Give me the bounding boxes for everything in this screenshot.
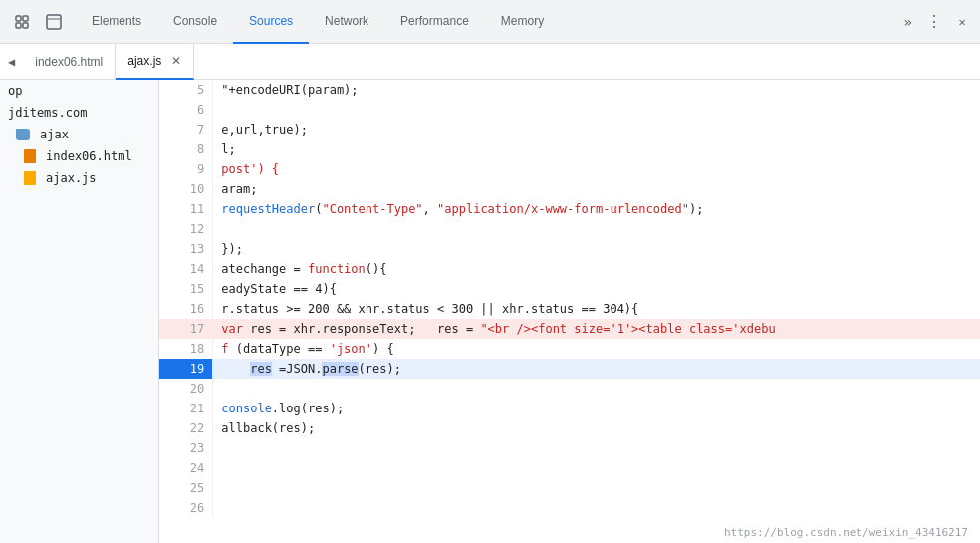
file-tab-bar: ◀ index06.html ajax.js ✕ [0,44,980,80]
sidebar-item-domain[interactable]: jditems.com [0,102,158,124]
line-code: l; [213,139,980,159]
devtools-menu-button[interactable]: ⋮ [920,8,948,36]
line-code [213,438,980,458]
line-number: 22 [159,418,213,438]
tab-console[interactable]: Console [157,0,233,44]
tab-performance[interactable]: Performance [384,0,485,44]
line-number: 14 [159,259,213,279]
line-code: f (dataType == 'json') { [213,339,980,359]
line-code [213,498,980,518]
svg-rect-4 [47,15,61,29]
file-tab-index06-label: index06.html [35,55,103,69]
line-number: 15 [159,279,213,299]
more-tabs-button[interactable]: » [896,14,920,30]
line-code: allback(res); [213,418,980,438]
sidebar-folder-label: ajax [40,128,69,141]
devtools-close-button[interactable]: ✕ [948,8,976,36]
sidebar-file-ajaxjs-label: ajax.js [46,171,97,185]
line-number: 19 [159,359,213,379]
folder-icon [16,129,30,140]
line-number: 8 [159,139,213,159]
line-code: res =JSON.parse(res); [213,359,980,379]
line-code [213,478,980,498]
line-number: 23 [159,438,213,458]
line-number: 13 [159,239,213,259]
line-code [213,100,980,120]
line-number: 26 [159,498,213,518]
devtools-left-icons [0,8,76,36]
code-table: 5"+encodeURI(param);67e,url,true);8l;9po… [159,80,980,518]
file-tree-sidebar: op jditems.com ajax index06.html ajax.js [0,80,159,543]
line-number: 10 [159,179,213,199]
sidebar-item-ajax-folder[interactable]: ajax [0,124,158,145]
line-code: "+encodeURI(param); [213,80,980,100]
sidebar-domain-label: jditems.com [8,106,87,120]
line-number: 12 [159,219,213,239]
line-number: 7 [159,120,213,139]
line-code [213,219,980,239]
line-number: 24 [159,458,213,478]
tab-sources[interactable]: Sources [233,0,309,44]
line-code: console.log(res); [213,399,980,418]
code-scroll-area[interactable]: 5"+encodeURI(param);67e,url,true);8l;9po… [159,80,980,543]
line-code: r.status >= 200 && xhr.status < 300 || x… [213,299,980,319]
line-number: 11 [159,199,213,219]
devtools-tab-bar: Elements Console Sources Network Perform… [0,0,980,44]
line-number: 9 [159,159,213,179]
sidebar-item-index06[interactable]: index06.html [0,145,158,167]
line-code [213,379,980,399]
html-file-icon [24,149,36,163]
svg-rect-0 [16,16,21,21]
line-number: 21 [159,399,213,418]
line-number: 18 [159,339,213,359]
file-tab-ajaxjs-label: ajax.js [127,54,161,68]
line-number: 25 [159,478,213,498]
tab-elements[interactable]: Elements [76,0,157,44]
svg-rect-3 [23,23,28,28]
sidebar-toggle[interactable]: ◀ [0,55,23,69]
js-file-icon [24,171,36,185]
line-code: }); [213,239,980,259]
line-code [213,458,980,478]
tab-memory[interactable]: Memory [485,0,560,44]
line-code: e,url,true); [213,120,980,139]
line-number: 16 [159,299,213,319]
tab-network[interactable]: Network [309,0,384,44]
line-number: 6 [159,100,213,120]
inspect-icon[interactable] [40,8,68,36]
line-code: aram; [213,179,980,199]
sidebar-item-op[interactable]: op [0,80,158,102]
watermark: https://blog.csdn.net/weixin_43416217 [724,526,968,539]
svg-rect-2 [16,23,21,28]
line-code: atechange = function(){ [213,259,980,279]
svg-rect-1 [23,16,28,21]
cursor-icon[interactable] [8,8,36,36]
sidebar-file-index06-label: index06.html [46,149,132,163]
line-number: 20 [159,379,213,399]
code-editor: 5"+encodeURI(param);67e,url,true);8l;9po… [159,80,980,543]
line-number: 17 [159,319,213,339]
line-code: requestHeader("Content-Type", "applicati… [213,199,980,219]
line-code: eadyState == 4){ [213,279,980,299]
file-tab-close-icon[interactable]: ✕ [171,54,181,68]
line-code: var res = xhr.responseText; res = "<br /… [213,319,980,339]
file-tab-index06[interactable]: index06.html [23,44,116,80]
sidebar-item-op-label: op [8,84,22,98]
main-area: op jditems.com ajax index06.html ajax.js… [0,80,980,543]
file-tab-ajaxjs[interactable]: ajax.js ✕ [116,44,194,80]
line-code: post') { [213,159,980,179]
sidebar-item-ajaxjs[interactable]: ajax.js [0,167,158,189]
line-number: 5 [159,80,213,100]
